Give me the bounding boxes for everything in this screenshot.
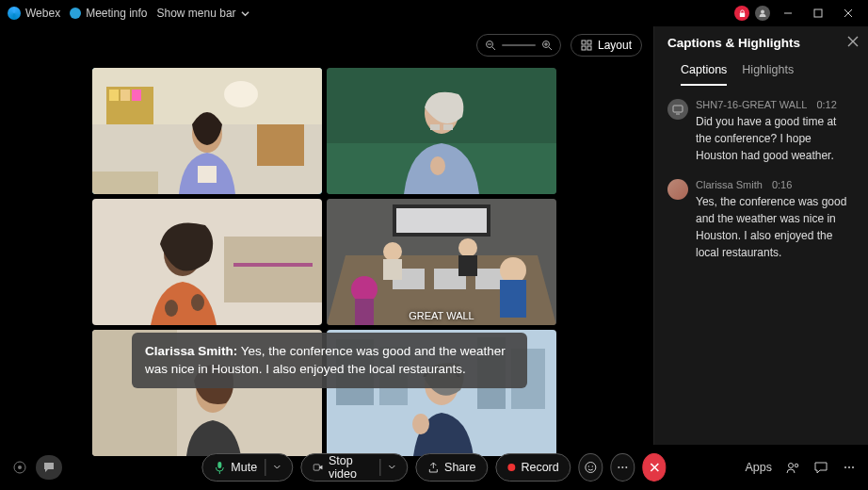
window-minimize-button[interactable] [776, 1, 800, 25]
svg-rect-19 [121, 90, 130, 101]
video-options[interactable] [379, 459, 395, 476]
layout-label: Layout [598, 39, 632, 52]
share-label: Share [444, 461, 475, 474]
participant-avatar-2 [327, 68, 556, 194]
panel-title: Captions & Highlights [667, 36, 855, 50]
layout-button[interactable]: Layout [571, 34, 642, 57]
window-close-button[interactable] [836, 1, 860, 25]
zoom-control[interactable] [476, 34, 561, 57]
svg-rect-20 [132, 90, 141, 101]
minimize-icon [783, 8, 793, 18]
app-name-label: Webex [25, 7, 60, 20]
record-icon [507, 464, 515, 471]
svg-point-72 [618, 466, 619, 468]
caption-item: Clarissa Smith 0:16 Yes, the conference … [667, 179, 855, 261]
svg-rect-14 [587, 46, 591, 50]
video-tile-4[interactable]: GREAT WALL [327, 199, 556, 325]
video-grid: GREAT WALL [92, 68, 556, 456]
svg-point-51 [500, 257, 526, 284]
messages-button[interactable] [36, 455, 62, 480]
window-maximize-button[interactable] [806, 1, 830, 25]
caption-author: SHN7-16-GREAT WALL [696, 99, 807, 110]
svg-rect-0 [739, 12, 744, 17]
svg-point-1 [761, 10, 764, 14]
record-label: Record [521, 461, 558, 474]
svg-rect-25 [92, 172, 158, 194]
mute-options[interactable] [265, 459, 281, 476]
show-menu-bar-button[interactable]: Show menu bar [157, 7, 249, 20]
live-caption-overlay: Clarissa Smith: Yes, the conference was … [132, 333, 527, 388]
svg-rect-34 [233, 263, 313, 267]
svg-rect-40 [396, 208, 487, 233]
video-tile-3[interactable] [92, 199, 322, 325]
video-icon [313, 462, 323, 473]
video-tile-2[interactable] [327, 68, 556, 194]
caption-speaker: Clarissa Smith: [145, 344, 237, 358]
svg-rect-67 [217, 462, 221, 468]
tab-highlights[interactable]: Highlights [742, 63, 794, 86]
zoom-slider[interactable] [502, 44, 536, 46]
panel-more-icon[interactable] [842, 460, 857, 475]
svg-point-37 [191, 294, 204, 311]
profile-button[interactable] [755, 6, 770, 21]
device-icon [672, 104, 683, 115]
svg-point-78 [848, 466, 850, 468]
mute-button[interactable]: Mute [201, 453, 293, 482]
svg-rect-63 [673, 106, 683, 112]
microphone-icon [214, 461, 225, 474]
end-call-button[interactable] [642, 453, 667, 482]
svg-point-74 [625, 466, 627, 468]
svg-rect-3 [814, 9, 822, 17]
layout-icon [581, 40, 592, 51]
zoom-out-icon [485, 40, 496, 51]
svg-rect-11 [582, 41, 586, 44]
person-avatar [667, 179, 688, 200]
user-icon [758, 8, 767, 18]
caption-time: 0:12 [816, 99, 836, 110]
assistant-icon[interactable] [11, 459, 28, 476]
panel-close-button[interactable] [847, 36, 859, 47]
record-button[interactable]: Record [495, 453, 571, 482]
caption-body: Yes, the conference was good and the wea… [696, 193, 855, 261]
privacy-indicator-red[interactable] [734, 6, 749, 21]
participants-icon[interactable] [785, 460, 800, 475]
reactions-button[interactable] [579, 453, 603, 482]
svg-rect-30 [443, 124, 453, 130]
svg-rect-33 [224, 237, 322, 302]
share-button[interactable]: Share [415, 453, 488, 482]
caption-item: SHN7-16-GREAT WALL 0:12 Did you have a g… [667, 99, 855, 164]
chat-panel-icon[interactable] [813, 460, 828, 475]
lock-icon [738, 9, 747, 18]
svg-point-70 [588, 466, 589, 466]
svg-point-22 [224, 81, 258, 107]
smile-icon [585, 461, 598, 474]
participant-avatar-3 [92, 199, 322, 325]
svg-rect-29 [430, 124, 440, 130]
svg-point-62 [412, 414, 429, 434]
svg-rect-18 [109, 90, 119, 101]
svg-point-49 [458, 238, 477, 257]
webex-brand[interactable]: Webex [8, 7, 60, 20]
svg-point-31 [430, 156, 445, 175]
more-button[interactable] [610, 453, 635, 482]
close-icon [648, 461, 661, 474]
stop-video-label: Stop video [329, 454, 372, 481]
svg-point-47 [383, 242, 402, 261]
svg-rect-48 [383, 259, 402, 280]
meeting-info-button[interactable]: Meeting info [70, 7, 147, 20]
mute-label: Mute [231, 461, 257, 474]
stop-video-button[interactable]: Stop video [300, 453, 408, 482]
video-tile-1[interactable] [92, 68, 322, 194]
apps-button[interactable]: Apps [746, 461, 773, 474]
tab-captions[interactable]: Captions [681, 63, 727, 86]
svg-point-76 [795, 464, 798, 467]
maximize-icon [813, 8, 823, 18]
chevron-down-icon [241, 9, 249, 18]
svg-line-5 [492, 47, 495, 50]
svg-point-73 [621, 466, 623, 468]
svg-rect-13 [582, 46, 586, 50]
svg-rect-24 [198, 166, 217, 183]
info-icon [70, 8, 81, 19]
svg-point-69 [586, 463, 596, 473]
close-icon [844, 8, 853, 18]
